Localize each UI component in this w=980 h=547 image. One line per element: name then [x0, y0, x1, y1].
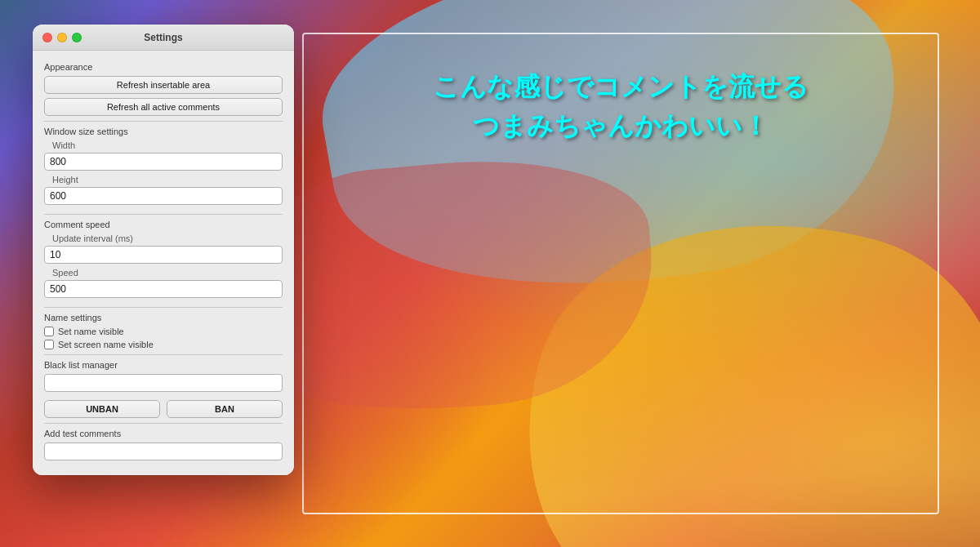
settings-window: Settings Appearance Refresh insertable a… — [33, 24, 294, 475]
set-screen-name-visible-label: Set screen name visible — [58, 340, 154, 349]
maximize-button[interactable] — [72, 33, 82, 42]
traffic-lights — [42, 33, 82, 42]
preview-box: こんな感じでコメントを流せる つまみちゃんかわいい！ — [302, 33, 939, 514]
name-settings-section: Name settings Set name visible Set scree… — [44, 313, 283, 349]
divider-1 — [44, 121, 283, 122]
speed-label: Speed — [52, 268, 283, 278]
window-size-section: Window size settings Width Height — [44, 127, 283, 209]
title-bar: Settings — [33, 24, 294, 51]
close-button[interactable] — [42, 33, 52, 42]
blacklist-section: Black list manager UNBAN BAN — [44, 360, 283, 418]
name-settings-label: Name settings — [44, 313, 283, 322]
test-comments-label: Add test comments — [44, 429, 283, 438]
blacklist-label: Black list manager — [44, 360, 283, 370]
window-content: Appearance Refresh insertable area Refre… — [33, 51, 294, 475]
minimize-button[interactable] — [57, 33, 67, 42]
set-name-visible-label: Set name visible — [58, 327, 124, 336]
comment-speed-label: Comment speed — [44, 220, 283, 229]
width-label: Width — [52, 140, 283, 150]
divider-5 — [44, 423, 283, 424]
blacklist-input[interactable] — [44, 374, 283, 392]
appearance-label: Appearance — [44, 62, 283, 72]
test-comments-section: Add test comments — [44, 429, 283, 467]
ban-button[interactable]: BAN — [167, 400, 283, 418]
divider-2 — [44, 214, 283, 215]
refresh-comments-button[interactable]: Refresh all active comments — [44, 98, 283, 116]
divider-3 — [44, 307, 283, 308]
divider-4 — [44, 354, 283, 355]
speed-input[interactable] — [44, 280, 283, 298]
window-size-label: Window size settings — [44, 127, 283, 136]
window-title: Settings — [144, 32, 182, 43]
preview-line-2: つまみちゃんかわいい！ — [304, 106, 938, 145]
set-screen-name-visible-row: Set screen name visible — [44, 340, 283, 349]
comment-speed-section: Comment speed Update interval (ms) Speed — [44, 220, 283, 302]
set-name-visible-checkbox[interactable] — [44, 327, 54, 336]
preview-text: こんな感じでコメントを流せる つまみちゃんかわいい！ — [304, 67, 938, 145]
interval-label: Update interval (ms) — [52, 233, 283, 243]
test-comments-input[interactable] — [44, 442, 283, 460]
preview-line-1: こんな感じでコメントを流せる — [304, 67, 938, 106]
height-label: Height — [52, 175, 283, 185]
ban-buttons-row: UNBAN BAN — [44, 400, 283, 418]
width-input[interactable] — [44, 153, 283, 171]
unban-button[interactable]: UNBAN — [44, 400, 160, 418]
appearance-section: Appearance Refresh insertable area Refre… — [44, 62, 283, 116]
height-input[interactable] — [44, 187, 283, 205]
refresh-insertable-button[interactable]: Refresh insertable area — [44, 76, 283, 94]
interval-input[interactable] — [44, 246, 283, 264]
set-screen-name-visible-checkbox[interactable] — [44, 340, 54, 349]
set-name-visible-row: Set name visible — [44, 327, 283, 336]
